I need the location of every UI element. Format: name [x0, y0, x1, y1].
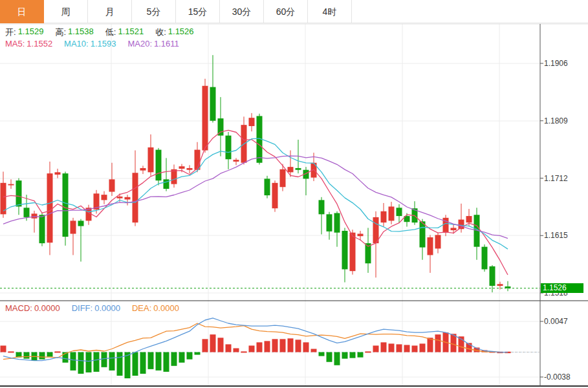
low-label: 低:	[105, 27, 116, 38]
diff-value-readout: DIFF: 0.0000	[72, 303, 120, 313]
ma10-line	[3, 138, 508, 249]
ma5-readout: MA5: 1.1552	[5, 39, 52, 48]
tabbar-filler	[352, 0, 588, 23]
chart-canvas[interactable]	[0, 0, 588, 388]
close-readout: 收: 1.1526	[155, 27, 193, 38]
price-tick-label: 1.1712	[544, 174, 584, 183]
high-value: 1.1538	[68, 27, 94, 38]
dea-label: DEA:	[132, 303, 151, 313]
tab-5分[interactable]: 5分	[132, 0, 176, 23]
ma10-value: 1.1593	[91, 39, 116, 48]
low-value: 1.1521	[118, 27, 144, 38]
macd-readout: MACD: 0.0000 DIFF: 0.0000 DEA: 0.0000	[5, 303, 179, 313]
open-readout: 开: 1.1529	[5, 27, 43, 38]
high-readout: 高: 1.1538	[55, 27, 93, 38]
tab-15分[interactable]: 15分	[176, 0, 220, 23]
current-price-badge: 1.1526	[541, 283, 583, 293]
tab-月[interactable]: 月	[88, 0, 132, 23]
ma10-label: MA10:	[64, 39, 89, 48]
kline-chart-app: 日周月5分15分30分60分4时 开: 1.1529 高: 1.1538 低: …	[0, 0, 588, 388]
close-value: 1.1526	[168, 27, 194, 38]
dea-value: 0.0000	[153, 303, 179, 313]
ma20-readout: MA20: 1.1611	[127, 39, 179, 48]
tab-日[interactable]: 日	[0, 0, 44, 23]
macd-value-readout: MACD: 0.0000	[5, 303, 60, 313]
ohlc-readout: 开: 1.1529 高: 1.1538 低: 1.1521 收: 1.1526	[5, 27, 194, 38]
dea-value-readout: DEA: 0.0000	[132, 303, 179, 313]
macd-value: 0.0000	[34, 303, 60, 313]
tab-周[interactable]: 周	[44, 0, 88, 23]
tab-60分[interactable]: 60分	[264, 0, 308, 23]
macd-tick-label: -0.0038	[544, 372, 584, 382]
macd-label: MACD:	[5, 303, 32, 313]
macd-tick-label: 0.0047	[544, 317, 584, 326]
current-price-text: 1.1526	[543, 283, 567, 292]
close-label: 收:	[155, 27, 166, 38]
candlesticks	[1, 55, 511, 292]
diff-value: 0.0000	[94, 303, 120, 313]
open-value: 1.1529	[18, 27, 44, 38]
ma-readout: MA5: 1.1552 MA10: 1.1593 MA20: 1.1611	[5, 39, 179, 48]
price-tick-label: 1.1809	[544, 116, 584, 125]
diff-label: DIFF:	[72, 303, 93, 313]
ma5-label: MA5:	[5, 39, 25, 48]
low-readout: 低: 1.1521	[105, 27, 144, 38]
ma5-value: 1.1552	[27, 39, 52, 48]
high-label: 高:	[55, 27, 66, 38]
ma20-value: 1.1611	[154, 39, 179, 48]
tab-4时[interactable]: 4时	[308, 0, 352, 23]
price-tick-label: 1.1615	[544, 231, 584, 240]
open-label: 开:	[5, 27, 16, 38]
ma20-label: MA20:	[127, 39, 152, 48]
ma10-readout: MA10: 1.1593	[64, 39, 116, 48]
price-tick-label: 1.1906	[544, 59, 584, 68]
panel-borders	[0, 24, 588, 386]
tab-30分[interactable]: 30分	[220, 0, 264, 23]
timeframe-tabbar: 日周月5分15分30分60分4时	[0, 0, 588, 23]
